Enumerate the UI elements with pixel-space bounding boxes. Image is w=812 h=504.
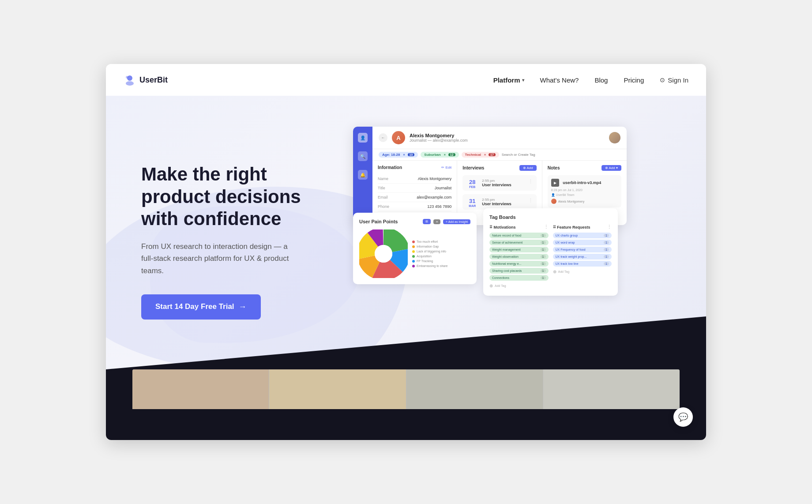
- logo[interactable]: UserBit: [124, 74, 168, 86]
- interview-more-icon[interactable]: ⋮: [528, 179, 533, 184]
- pie-label-2: Information Gap: [412, 245, 447, 248]
- nav-pricing[interactable]: Pricing: [624, 76, 644, 84]
- info-row-title: Title Journalist: [378, 184, 451, 193]
- add-tag-features[interactable]: ⊕ Add Tag: [553, 268, 612, 275]
- pie-title: User Pain Points: [359, 219, 398, 224]
- interview-card-2: 31 MAR 2:55 pm User Interviews ⋮: [462, 194, 536, 210]
- note-footer: Alexis Montgomery: [551, 199, 618, 204]
- tag-item: UX track low line 1: [553, 261, 612, 267]
- bottom-col-1: [132, 369, 269, 409]
- pie-label-4: Acquisition: [412, 255, 447, 258]
- tag-item: Weight observation 1: [489, 254, 549, 260]
- user-role: Journalist — alex@example.com: [410, 138, 468, 143]
- note-team: 👤 UserBit Team: [551, 193, 618, 197]
- pie-chart-svg: [359, 229, 408, 278]
- svg-point-2: [126, 76, 128, 79]
- pie-view-toggle[interactable]: ⊞: [423, 219, 431, 224]
- add-interview-button[interactable]: ⊕ Add: [519, 165, 537, 171]
- interview-date-2: 31 MAR: [466, 198, 478, 207]
- info-row-email: Email alex@example.com: [378, 193, 451, 202]
- notes-title: Notes: [548, 165, 560, 170]
- feature-requests-column: ⠿ Feature Requests ⋮ UX charts group 1 U…: [553, 224, 612, 290]
- tag-remove-icon[interactable]: ×: [403, 153, 405, 156]
- chat-bubble-button[interactable]: 💬: [673, 407, 693, 427]
- note-meta: 8:28 pm on Jul 1, 2020: [551, 188, 618, 192]
- hero-section: Make the right product decisions with co…: [106, 96, 706, 369]
- current-user-avatar: [609, 132, 620, 143]
- note-filename: userbit-intro-v3.mp4: [563, 181, 601, 185]
- sidebar-search-icon[interactable]: 🔍: [358, 151, 368, 161]
- interview-date-1: 28 FEB: [466, 179, 478, 188]
- feature-more-icon[interactable]: ⋮: [607, 224, 612, 230]
- svg-point-9: [375, 245, 392, 263]
- bottom-section: 💬: [106, 369, 706, 440]
- user-avatar: A: [392, 131, 405, 144]
- info-title: Information: [378, 165, 402, 170]
- brand-name: UserBit: [139, 75, 168, 85]
- sidebar-person-icon[interactable]: 👤: [358, 133, 368, 143]
- bottom-col-4: [543, 369, 680, 409]
- edit-button[interactable]: ✏ Edit: [441, 165, 451, 169]
- interviews-title: Interviews: [462, 165, 484, 170]
- browser-frame: UserBit Platform ▾ What's New? Blog Pric…: [106, 64, 706, 440]
- tag-boards-card: Tag Boards ⠿ Motivations ⋮ Nature record…: [483, 208, 618, 296]
- pie-dot-5: [412, 260, 415, 263]
- back-button[interactable]: ←: [379, 133, 387, 142]
- hero-mockup: 👤 🔍 🔔 ← A Alexis Montgomery: [353, 122, 680, 352]
- tag-item: Nutritional energy e... 1: [489, 261, 549, 267]
- hero-content: Make the right product decisions with co…: [106, 96, 706, 369]
- nav-blog[interactable]: Blog: [594, 76, 608, 84]
- pie-chart-toggle[interactable]: ≡: [433, 219, 440, 224]
- note-author-name: Alexis Montgomery: [558, 200, 585, 203]
- tag-item: UX Frequency of food 1: [553, 247, 612, 252]
- notes-header: Notes ⊕ Add ▾: [548, 165, 621, 171]
- chat-icon: 💬: [678, 412, 688, 422]
- avatar-placeholder: [609, 132, 620, 143]
- note-author-avatar: [551, 199, 556, 204]
- motivations-more-icon[interactable]: ⋮: [544, 224, 549, 230]
- tag-age[interactable]: Age: 18-28 × 10: [379, 152, 418, 158]
- tag-item: Connections 1: [489, 275, 549, 281]
- sign-in-link[interactable]: ⊙ Sign In: [660, 76, 688, 84]
- tag-item: Weight management 1: [489, 247, 549, 252]
- arrow-icon: →: [239, 302, 247, 312]
- tags-row: Age: 18-28 × 10 Suburban × 12 Technical: [372, 149, 627, 161]
- add-note-button[interactable]: ⊕ Add ▾: [601, 165, 621, 171]
- add-icon: ⊕: [489, 283, 493, 288]
- user-name: Alexis Montgomery: [410, 133, 468, 138]
- nav-platform[interactable]: Platform ▾: [493, 76, 524, 84]
- interviews-header: Interviews ⊕ Add: [462, 165, 536, 171]
- pie-chart-area: Too much effort Information Gap Lack of …: [359, 229, 470, 278]
- tag-technical[interactable]: Technical × 17: [462, 152, 499, 158]
- tag-search-input[interactable]: [502, 153, 620, 157]
- cta-button[interactable]: Start 14 Day Free Trial →: [141, 294, 261, 320]
- pie-label-1: Too much effort: [412, 240, 447, 243]
- app-sidebar: 👤 🔍 🔔: [353, 127, 372, 225]
- interview-more-icon[interactable]: ⋮: [528, 198, 533, 203]
- nav-whats-new[interactable]: What's New?: [540, 76, 579, 84]
- pie-label-6: Embarrassing to share: [412, 264, 447, 267]
- pie-dot-6: [412, 265, 415, 267]
- logo-icon: [124, 74, 136, 86]
- pie-controls: ⊞ ≡ + Add as Insight: [423, 219, 470, 224]
- pie-dot-2: [412, 245, 415, 248]
- bottom-col-3: [406, 369, 543, 409]
- pie-label-3: Lack of triggering info: [412, 250, 447, 253]
- tag-remove-icon[interactable]: ×: [484, 153, 486, 156]
- feature-requests-header: ⠿ Feature Requests ⋮: [553, 224, 612, 230]
- tag-boards-title: Tag Boards: [489, 214, 612, 220]
- tag-remove-icon[interactable]: ×: [444, 153, 446, 156]
- pie-label-5: FP Tracking: [412, 260, 447, 263]
- tag-item: UX track weight prop... 1: [553, 254, 612, 260]
- add-tag-motivations[interactable]: ⊕ Add Tag: [489, 282, 549, 290]
- user-info: Alexis Montgomery Journalist — alex@exam…: [410, 133, 468, 143]
- sidebar-bell-icon[interactable]: 🔔: [358, 170, 368, 180]
- navbar: UserBit Platform ▾ What's New? Blog Pric…: [106, 64, 706, 96]
- info-row-phone: Phone 123 456 7890: [378, 202, 451, 211]
- tag-item: UX charts group 1: [553, 233, 612, 238]
- pie-header: User Pain Points ⊞ ≡ + Add as Insight: [359, 219, 470, 224]
- tag-suburban[interactable]: Suburban × 12: [421, 152, 459, 158]
- add-insight-button[interactable]: + Add as Insight: [443, 219, 470, 224]
- nav-links: Platform ▾ What's New? Blog Pricing ⊙ Si…: [493, 76, 688, 84]
- motivations-header: ⠿ Motivations ⋮: [489, 224, 549, 230]
